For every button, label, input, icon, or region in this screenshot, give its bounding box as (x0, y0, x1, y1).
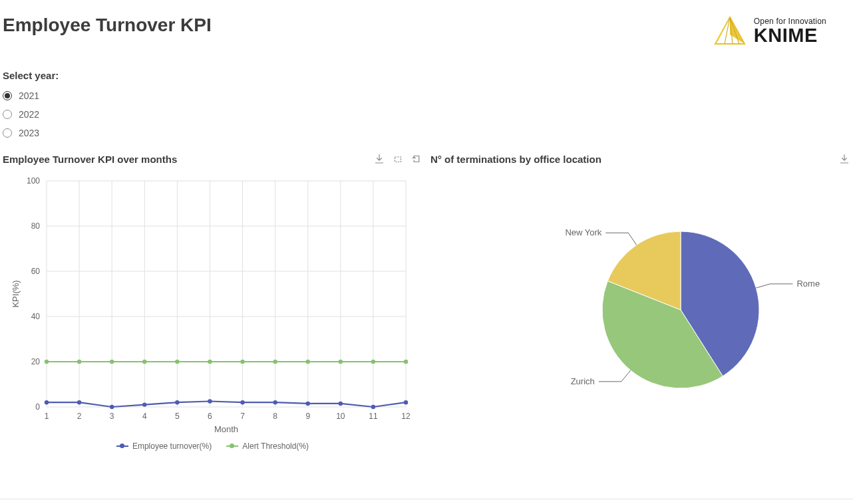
svg-text:0: 0 (35, 402, 40, 412)
svg-point-53 (403, 400, 407, 404)
svg-text:100: 100 (26, 176, 39, 186)
svg-point-51 (338, 402, 342, 406)
page-title: Employee Turnover KPI (3, 15, 212, 36)
line-chart[interactable]: 020406080100123456789101112MonthKPI(%) (7, 170, 419, 436)
radio-icon (3, 91, 12, 100)
svg-point-59 (208, 360, 212, 364)
download-icon[interactable] (838, 153, 850, 165)
line-chart-legend: Employee turnover(%) Alert Threshold(%) (3, 436, 423, 451)
year-option-2022[interactable]: 2022 (3, 109, 850, 120)
svg-point-52 (371, 405, 375, 409)
legend-label-alert: Alert Threshold(%) (242, 441, 309, 451)
svg-point-58 (175, 360, 179, 364)
svg-text:New York: New York (565, 227, 601, 237)
legend-label-employee: Employee turnover(%) (132, 441, 212, 451)
svg-point-50 (305, 402, 309, 406)
svg-text:11: 11 (369, 412, 378, 421)
line-chart-panel: Employee Turnover KPI over months 020406… (3, 153, 423, 451)
svg-point-45 (142, 402, 146, 406)
svg-point-60 (240, 360, 244, 364)
svg-point-47 (208, 399, 212, 403)
radio-icon (3, 128, 12, 138)
svg-text:12: 12 (401, 412, 411, 421)
svg-text:8: 8 (273, 412, 277, 421)
svg-point-65 (403, 360, 407, 364)
legend-swatch-employee (116, 445, 128, 447)
svg-point-54 (44, 360, 48, 364)
svg-text:3: 3 (109, 412, 114, 421)
legend-alert[interactable]: Alert Threshold(%) (226, 441, 309, 451)
legend-employee[interactable]: Employee turnover(%) (116, 441, 212, 451)
svg-point-46 (175, 400, 179, 404)
svg-point-44 (109, 405, 113, 409)
svg-point-43 (77, 400, 81, 404)
select-rect-icon[interactable] (392, 153, 404, 165)
svg-text:20: 20 (31, 357, 40, 366)
svg-point-57 (142, 360, 146, 364)
year-option-label: 2022 (19, 109, 39, 120)
footer-divider (0, 499, 853, 499)
svg-text:Zurich: Zurich (570, 376, 594, 386)
svg-text:2: 2 (77, 412, 81, 421)
reset-icon[interactable] (411, 153, 423, 165)
svg-text:6: 6 (208, 412, 212, 421)
year-option-label: 2023 (19, 128, 39, 138)
svg-text:10: 10 (336, 412, 345, 421)
svg-text:1: 1 (44, 412, 49, 421)
svg-point-49 (273, 400, 277, 404)
svg-text:40: 40 (31, 312, 40, 321)
radio-icon (3, 110, 12, 119)
svg-text:9: 9 (305, 412, 310, 421)
knime-logo: Open for Innovation KNIME (713, 15, 826, 47)
year-select-label: Select year: (3, 70, 850, 81)
svg-text:5: 5 (175, 412, 180, 421)
svg-point-61 (273, 360, 277, 364)
download-icon[interactable] (373, 153, 385, 165)
svg-point-63 (338, 360, 342, 364)
svg-text:4: 4 (142, 412, 146, 421)
svg-text:Month: Month (214, 424, 238, 434)
year-option-2023[interactable]: 2023 (3, 128, 850, 138)
svg-point-42 (44, 400, 48, 404)
svg-text:KPI(%): KPI(%) (11, 280, 21, 307)
pie-chart[interactable]: RomeZurichNew York (468, 197, 814, 423)
pie-chart-title: N° of terminations by office location (430, 154, 601, 165)
knime-triangle-icon (713, 15, 747, 47)
svg-point-48 (240, 400, 244, 404)
legend-swatch-alert (226, 445, 238, 447)
svg-point-56 (109, 360, 113, 364)
svg-text:60: 60 (31, 267, 40, 276)
svg-point-62 (305, 360, 309, 364)
svg-point-64 (371, 360, 375, 364)
year-option-label: 2021 (19, 90, 39, 101)
year-option-2021[interactable]: 2021 (3, 90, 850, 101)
line-chart-title: Employee Turnover KPI over months (3, 154, 177, 165)
svg-rect-3 (395, 157, 401, 162)
svg-text:Rome: Rome (796, 279, 820, 289)
pie-chart-panel: N° of terminations by office location Ro… (430, 153, 850, 451)
svg-point-55 (77, 360, 81, 364)
logo-name: KNIME (754, 26, 826, 45)
svg-text:7: 7 (240, 412, 245, 421)
svg-text:80: 80 (31, 221, 40, 231)
